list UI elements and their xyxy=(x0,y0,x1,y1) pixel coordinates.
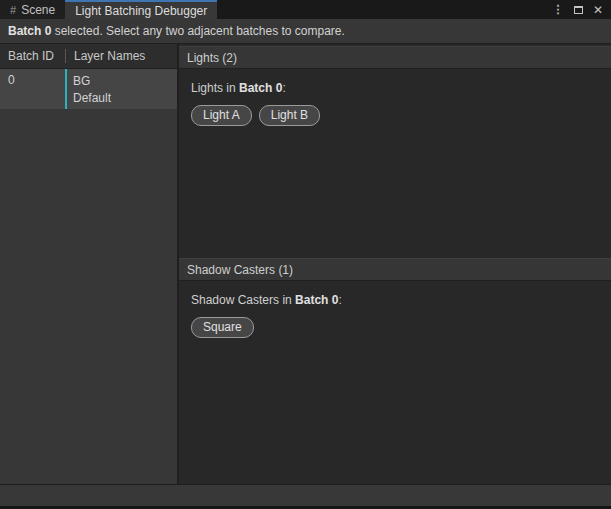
layer-name: BG xyxy=(73,73,111,90)
lights-section-header: Lights (2) xyxy=(179,46,611,69)
batch-list-pane: Batch ID Layer Names 0 BG Default xyxy=(0,44,179,484)
grid-icon: # xyxy=(10,4,16,16)
shadow-caster-chip-square[interactable]: Square xyxy=(191,317,254,338)
shadow-casters-section-header: Shadow Casters (1) xyxy=(179,258,611,281)
batch-table-header: Batch ID Layer Names xyxy=(0,44,177,69)
shadow-casters-caption: Shadow Casters in Batch 0: xyxy=(191,293,599,307)
maximize-button[interactable] xyxy=(571,3,585,17)
status-text-rest: selected. Select any two adjacent batche… xyxy=(51,24,345,38)
lights-section-title: Lights (2) xyxy=(187,51,237,65)
status-text: Batch 0 selected. Select any two adjacen… xyxy=(8,24,345,38)
tab-scene-label: Scene xyxy=(21,3,55,17)
shadow-casters-section: Shadow Casters (1) Shadow Casters in Bat… xyxy=(179,258,611,484)
light-batching-debugger-window: # Scene Light Batching Debugger ⋮ ✕ Batc… xyxy=(0,0,611,509)
main-area: Batch ID Layer Names 0 BG Default Lights… xyxy=(0,44,611,484)
lights-section: Lights (2) Lights in Batch 0: Light A Li… xyxy=(179,46,611,258)
layer-name: Default xyxy=(73,90,111,107)
tab-strip: # Scene Light Batching Debugger ⋮ ✕ xyxy=(0,0,611,19)
light-chip-a[interactable]: Light A xyxy=(191,105,252,126)
batch-id-cell: 0 xyxy=(0,69,65,109)
status-info-bar: Batch 0 selected. Select any two adjacen… xyxy=(0,19,611,44)
shadow-casters-chip-row: Square xyxy=(191,317,599,338)
window-controls: ⋮ ✕ xyxy=(551,0,611,19)
batch-details-pane: Lights (2) Lights in Batch 0: Light A Li… xyxy=(179,44,611,484)
tab-light-batching-debugger-label: Light Batching Debugger xyxy=(75,4,207,18)
batch-row-0[interactable]: 0 BG Default xyxy=(0,69,177,109)
lights-section-body: Lights in Batch 0: Light A Light B xyxy=(179,69,611,258)
maximize-icon xyxy=(574,6,583,14)
status-text-bold: Batch 0 xyxy=(8,24,51,38)
close-button[interactable]: ✕ xyxy=(591,3,605,17)
light-chip-b[interactable]: Light B xyxy=(259,105,320,126)
shadow-casters-section-body: Shadow Casters in Batch 0: Square xyxy=(179,281,611,484)
lights-chip-row: Light A Light B xyxy=(191,105,599,126)
column-header-layer-names[interactable]: Layer Names xyxy=(66,49,145,63)
close-icon: ✕ xyxy=(593,4,603,16)
tab-light-batching-debugger[interactable]: Light Batching Debugger xyxy=(65,0,217,19)
pane-menu-button[interactable]: ⋮ xyxy=(551,3,565,17)
kebab-menu-icon: ⋮ xyxy=(553,4,564,15)
bottom-status-bar xyxy=(0,484,611,509)
tab-scene[interactable]: # Scene xyxy=(0,0,65,19)
column-header-batch-id[interactable]: Batch ID xyxy=(0,49,65,63)
shadow-casters-section-title: Shadow Casters (1) xyxy=(187,263,293,277)
layer-names-cell: BG Default xyxy=(67,69,111,109)
lights-caption: Lights in Batch 0: xyxy=(191,81,599,95)
